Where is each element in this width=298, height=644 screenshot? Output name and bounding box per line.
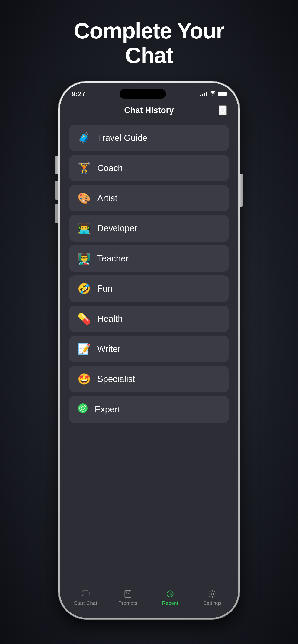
page-headline: Complete Your Chat — [74, 18, 224, 68]
chat-emoji-4: 👨‍🏫 — [78, 252, 91, 265]
wifi-icon — [210, 91, 216, 97]
status-time: 9:27 — [72, 90, 85, 98]
nav-title: Chat History — [124, 106, 174, 115]
tab-settings-label: Settings — [203, 600, 222, 606]
chat-item-health[interactable]: 💊Health — [69, 306, 229, 332]
signal-icon — [200, 91, 207, 96]
chat-emoji-0: 🧳 — [78, 132, 91, 144]
chat-emoji-3: 👨‍💻 — [78, 222, 91, 234]
tab-start-chat[interactable]: Start Chat — [69, 590, 102, 606]
chat-name-7: Writer — [97, 344, 121, 354]
tab-recent-label: Recent — [162, 600, 178, 606]
chat-emoji-6: 💊 — [78, 312, 91, 325]
chat-emoji-1: 🏋️ — [78, 162, 91, 174]
dynamic-island — [120, 89, 166, 98]
battery-icon — [218, 92, 226, 96]
chat-emoji-2: 🎨 — [78, 192, 91, 204]
chat-item-fun[interactable]: 🤣Fun — [69, 276, 229, 302]
chat-item-specialist[interactable]: 🤩Specialist — [69, 366, 229, 392]
nav-header: Chat History — [60, 101, 238, 120]
chat-item-developer[interactable]: 👨‍💻Developer — [69, 215, 229, 242]
tab-bar: Start Chat Prompts Recent — [60, 585, 238, 618]
chat-item-expert[interactable]: Expert — [69, 396, 229, 423]
chat-name-2: Artist — [97, 193, 117, 203]
chat-item-coach[interactable]: 🏋️Coach — [69, 155, 229, 181]
chat-emoji-5: 🤣 — [78, 282, 91, 295]
tab-prompts[interactable]: Prompts — [112, 590, 144, 606]
chat-item-writer[interactable]: 📝Writer — [69, 336, 229, 362]
phone-frame: 9:27 Chat History — [59, 81, 239, 619]
tab-recent[interactable]: Recent — [154, 590, 186, 606]
chat-list: 🧳Travel Guide🏋️Coach🎨Artist👨‍💻Developer👨… — [60, 120, 238, 585]
tab-prompts-label: Prompts — [118, 600, 137, 606]
status-icons — [200, 91, 226, 97]
chat-name-3: Developer — [97, 224, 137, 234]
chat-emoji-7: 📝 — [78, 343, 91, 355]
phone-screen: 9:27 Chat History — [60, 83, 238, 618]
tab-settings[interactable]: Settings — [196, 590, 229, 606]
settings-icon — [208, 590, 217, 598]
chat-item-artist[interactable]: 🎨Artist — [69, 185, 229, 212]
prompts-icon — [123, 590, 132, 598]
start-chat-icon — [81, 590, 90, 598]
chat-name-6: Health — [97, 314, 123, 324]
recent-icon — [166, 590, 175, 598]
chat-name-9: Expert — [95, 404, 120, 414]
chat-item-travel-guide[interactable]: 🧳Travel Guide — [69, 125, 229, 151]
tab-start-chat-label: Start Chat — [74, 600, 97, 606]
chat-name-1: Coach — [97, 163, 123, 173]
chat-name-5: Fun — [97, 284, 112, 294]
chat-name-0: Travel Guide — [97, 133, 147, 143]
status-bar: 9:27 — [60, 83, 238, 101]
chat-name-8: Specialist — [97, 374, 135, 384]
chat-item-teacher[interactable]: 👨‍🏫Teacher — [69, 245, 229, 272]
chat-emoji-8: 🤩 — [78, 373, 91, 385]
svg-point-8 — [211, 593, 213, 595]
chat-emoji-9 — [78, 403, 88, 416]
delete-history-button[interactable] — [219, 106, 226, 116]
chat-name-4: Teacher — [97, 254, 129, 264]
